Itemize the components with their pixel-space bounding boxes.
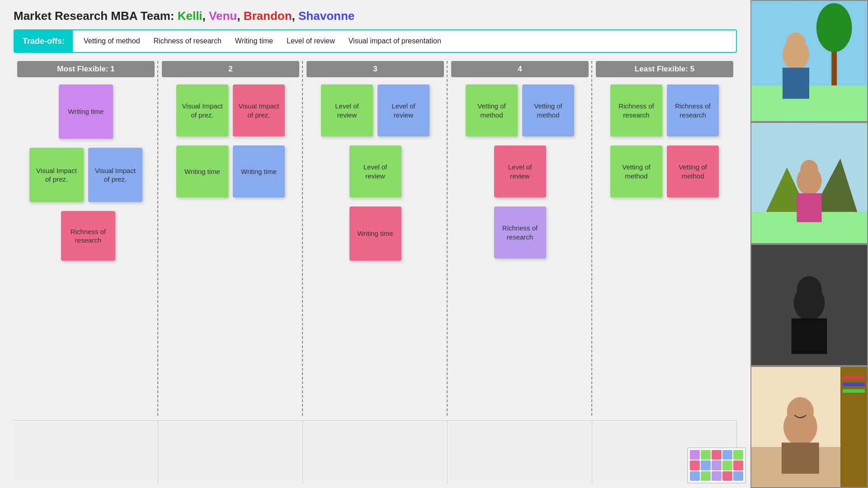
bottom-area	[14, 420, 737, 483]
thumb-cell	[712, 450, 722, 460]
card[interactable]: Richness of research	[61, 211, 115, 261]
svg-point-2	[816, 3, 852, 52]
column-5: Least Flexible: 5 Richness of research R…	[592, 61, 737, 416]
thumb-cell	[690, 450, 700, 460]
column-1: Most Flexible: 1 Writing time Visual Imp…	[14, 61, 158, 416]
video-feed-4	[750, 366, 868, 488]
svg-rect-25	[782, 442, 819, 474]
thumb-cell	[712, 460, 722, 470]
video-feed-2	[750, 122, 868, 244]
bottom-cell-4	[448, 421, 592, 483]
column-4: 4 Vetting of method Vetting of method Le…	[448, 61, 592, 416]
cards-col-4: Vetting of method Vetting of method Leve…	[451, 84, 589, 258]
bottom-cell-1	[14, 421, 158, 483]
card[interactable]: Level of review	[494, 145, 546, 197]
card[interactable]: Visual Impact of prez.	[176, 84, 228, 136]
video-feed-3	[750, 244, 868, 366]
cards-col-5: Richness of research Richness of researc…	[596, 84, 733, 197]
card[interactable]: Visual Impact of prez.	[233, 84, 285, 136]
video-feed-1	[750, 0, 868, 122]
tradeoff-item-3: Writing time	[235, 37, 273, 45]
svg-rect-23	[843, 389, 865, 393]
col-header-4: 4	[451, 61, 589, 77]
card[interactable]: Vetting of method	[610, 145, 662, 197]
thumb-cell	[690, 471, 700, 481]
cards-col-1: Writing time Visual Impact of prez. Visu…	[17, 84, 155, 261]
columns-area: Most Flexible: 1 Writing time Visual Imp…	[14, 61, 737, 416]
slide-thumbnail[interactable]	[687, 447, 746, 483]
tradeoffs-bar: Trade-offs: Vetting of method Richness o…	[14, 29, 737, 53]
card[interactable]: Visual Impact of prez.	[88, 148, 142, 202]
title-static: Market Research MBA Team:	[14, 9, 178, 23]
col-header-1: Most Flexible: 1	[17, 61, 155, 77]
col-header-5: Least Flexible: 5	[596, 61, 733, 77]
page-title: Market Research MBA Team: Kelli, Venu, B…	[14, 9, 737, 23]
tradeoffs-items: Vetting of method Richness of research W…	[73, 37, 452, 45]
tradeoff-item-4: Level of review	[287, 37, 335, 45]
svg-point-26	[787, 397, 814, 426]
card[interactable]: Level of review	[321, 84, 373, 136]
svg-rect-12	[797, 193, 821, 222]
svg-rect-16	[792, 319, 827, 354]
name-shavonne: Shavonne	[298, 9, 354, 23]
card[interactable]: Writing time	[349, 206, 401, 261]
thumb-cell	[733, 460, 743, 470]
cards-col-2: Visual Impact of prez. Visual Impact of …	[162, 84, 299, 197]
sidebar-videos	[750, 0, 868, 488]
card[interactable]: Level of review	[349, 145, 401, 197]
thumb-cell	[722, 471, 732, 481]
svg-rect-5	[783, 68, 809, 99]
thumb-cell	[701, 471, 711, 481]
name-venu: Venu	[209, 9, 237, 23]
thumb-cell	[722, 450, 732, 460]
thumbnail-preview	[688, 448, 745, 483]
svg-point-13	[800, 160, 818, 179]
name-kelli: Kelli	[178, 9, 203, 23]
column-3: 3 Level of review Level of review Level …	[303, 61, 448, 416]
tradeoffs-label: Trade-offs:	[14, 30, 73, 52]
card[interactable]: Richness of research	[667, 84, 719, 136]
card[interactable]: Writing time	[59, 84, 113, 139]
svg-point-6	[786, 33, 806, 54]
name-brandon: Brandon	[244, 9, 292, 23]
thumb-cell	[712, 471, 722, 481]
card[interactable]: Visual Impact of prez.	[29, 148, 84, 202]
svg-rect-22	[843, 383, 865, 386]
card[interactable]: Writing time	[233, 145, 285, 197]
thumb-cell	[733, 450, 743, 460]
col-header-2: 2	[162, 61, 299, 77]
bottom-cell-3	[303, 421, 448, 483]
cards-col-3: Level of review Level of review Level of…	[307, 84, 444, 261]
thumb-cell	[722, 460, 732, 470]
thumb-cell	[701, 450, 711, 460]
column-2: 2 Visual Impact of prez. Visual Impact o…	[158, 61, 303, 416]
svg-point-17	[797, 276, 821, 303]
card[interactable]: Vetting of method	[522, 84, 574, 136]
card[interactable]: Writing time	[176, 145, 228, 197]
card[interactable]: Level of review	[377, 84, 429, 136]
card[interactable]: Richness of research	[494, 206, 546, 258]
svg-rect-21	[843, 376, 865, 380]
col-header-3: 3	[307, 61, 444, 77]
card[interactable]: Vetting of method	[667, 145, 719, 197]
tradeoff-item-1: Vetting of method	[84, 37, 140, 45]
card[interactable]: Richness of research	[610, 84, 662, 136]
bottom-cell-2	[158, 421, 303, 483]
thumb-cell	[701, 460, 711, 470]
thumb-cell	[690, 460, 700, 470]
tradeoff-item-5: Visual impact of presentation	[349, 37, 441, 45]
thumb-cell	[733, 471, 743, 481]
card[interactable]: Vetting of method	[466, 84, 518, 136]
main-content: Market Research MBA Team: Kelli, Venu, B…	[0, 0, 750, 488]
tradeoff-item-2: Richness of research	[154, 37, 222, 45]
